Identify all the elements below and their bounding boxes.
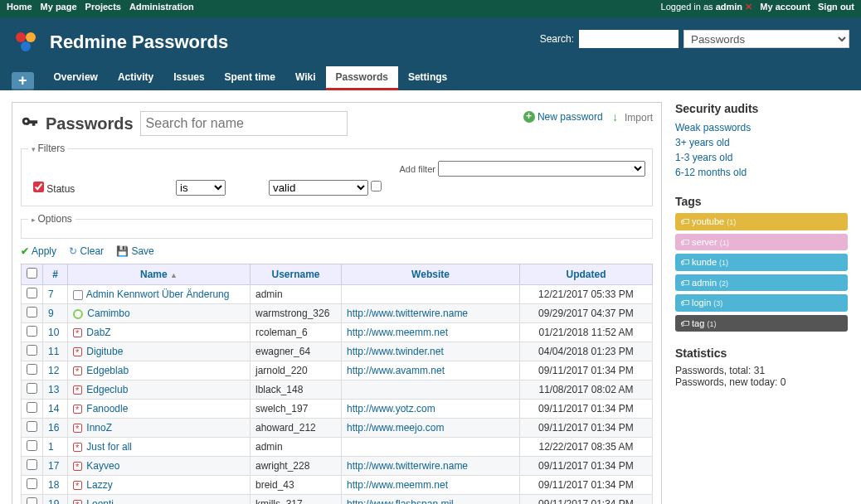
status-operator-select[interactable]: is bbox=[176, 180, 226, 196]
row-checkbox[interactable] bbox=[27, 421, 37, 432]
tab-activity[interactable]: Activity bbox=[108, 66, 163, 88]
row-checkbox[interactable] bbox=[27, 440, 37, 451]
row-name-link[interactable]: Edgeblab bbox=[86, 365, 129, 376]
row-username: rcoleman_6 bbox=[251, 323, 342, 342]
row-name-link[interactable]: Just for all bbox=[86, 441, 132, 453]
row-id-link[interactable]: 18 bbox=[48, 479, 59, 491]
status-multi-toggle[interactable] bbox=[371, 181, 382, 191]
row-id-link[interactable]: 13 bbox=[48, 384, 59, 395]
tag-kunde[interactable]: 🏷 kunde (1) bbox=[675, 254, 848, 271]
audit-link[interactable]: 1-3 years old bbox=[675, 150, 849, 165]
row-checkbox[interactable] bbox=[27, 478, 37, 489]
website-link[interactable]: http://www.meemm.net bbox=[347, 327, 448, 338]
my-account-link[interactable]: My account bbox=[760, 2, 810, 12]
col-username[interactable]: Username bbox=[251, 264, 342, 285]
row-name-link[interactable]: DabZ bbox=[86, 327, 110, 338]
row-checkbox[interactable] bbox=[27, 383, 37, 394]
row-id-link[interactable]: 1 bbox=[48, 441, 54, 453]
row-website: http://www.twinder.net bbox=[342, 342, 520, 361]
website-link[interactable]: http://www.avamm.net bbox=[347, 365, 445, 376]
website-link[interactable]: http://www.twitterwire.name bbox=[347, 460, 468, 472]
audit-link[interactable]: 3+ years old bbox=[675, 135, 849, 150]
row-checkbox[interactable] bbox=[27, 288, 37, 298]
table-row: 12 Edgeblabjarnold_220http://www.avamm.n… bbox=[22, 361, 653, 380]
name-search-input[interactable] bbox=[140, 111, 348, 136]
row-website: http://www.meemm.net bbox=[342, 323, 520, 342]
website-link[interactable]: http://www.meemm.net bbox=[347, 479, 448, 491]
col-id[interactable]: # bbox=[43, 264, 68, 285]
tab-wiki[interactable]: Wiki bbox=[285, 66, 326, 88]
row-name-link[interactable]: Camimbo bbox=[87, 308, 129, 319]
project-jump-select[interactable]: Passwords bbox=[683, 30, 849, 48]
filters-legend[interactable]: Filters bbox=[28, 143, 68, 154]
status-value-select[interactable]: valid bbox=[269, 180, 368, 196]
top-link-my-page[interactable]: My page bbox=[41, 2, 77, 12]
select-all-checkbox[interactable] bbox=[27, 268, 37, 279]
tab-spent-time[interactable]: Spent time bbox=[215, 66, 285, 88]
row-updated: 09/11/2017 01:34 PM bbox=[520, 419, 653, 438]
row-name-link[interactable]: Fanoodle bbox=[86, 403, 128, 414]
website-link[interactable]: http://www.twinder.net bbox=[347, 346, 444, 357]
website-link[interactable]: http://www.meejo.com bbox=[347, 422, 444, 434]
audit-link[interactable]: 6-12 months old bbox=[675, 165, 849, 180]
import-link[interactable]: Import bbox=[612, 112, 653, 124]
row-id-link[interactable]: 7 bbox=[48, 288, 54, 300]
tag-server[interactable]: 🏷 server (1) bbox=[675, 234, 848, 251]
row-checkbox[interactable] bbox=[27, 459, 37, 470]
row-checkbox[interactable] bbox=[27, 364, 37, 375]
row-checkbox[interactable] bbox=[27, 345, 37, 356]
tab-overview[interactable]: Overview bbox=[44, 66, 108, 88]
tag-tag[interactable]: 🏷 tag (1) bbox=[675, 315, 848, 332]
row-name-link[interactable]: Kayveo bbox=[86, 460, 119, 472]
col-name[interactable]: Name ▲ bbox=[68, 264, 251, 285]
tag-youtube[interactable]: 🏷 youtube (1) bbox=[675, 213, 848, 230]
website-link[interactable]: http://www.flashspan.mil bbox=[347, 498, 454, 504]
row-checkbox[interactable] bbox=[27, 402, 37, 413]
tag-login[interactable]: 🏷 login (3) bbox=[675, 294, 848, 312]
top-link-home[interactable]: Home bbox=[7, 2, 32, 12]
row-id-link[interactable]: 17 bbox=[48, 460, 59, 472]
col-website[interactable]: Website bbox=[342, 264, 520, 285]
tag-admin[interactable]: 🏷 admin (2) bbox=[675, 274, 848, 292]
row-name-link[interactable]: Leenti bbox=[86, 498, 114, 504]
row-id-link[interactable]: 11 bbox=[48, 346, 59, 357]
options-legend[interactable]: Options bbox=[28, 213, 75, 225]
row-name-link[interactable]: Lazzy bbox=[86, 479, 112, 491]
row-id-link[interactable]: 14 bbox=[48, 403, 59, 414]
sign-out-link[interactable]: Sign out bbox=[818, 2, 854, 12]
stat-line: Passwords, total: 31 bbox=[675, 365, 849, 376]
search-input[interactable] bbox=[579, 30, 679, 48]
row-id-link[interactable]: 12 bbox=[48, 365, 59, 376]
top-link-administration[interactable]: Administration bbox=[129, 2, 194, 12]
tab-issues[interactable]: Issues bbox=[163, 66, 214, 88]
row-name-link[interactable]: Digitube bbox=[86, 346, 123, 357]
row-id-link[interactable]: 16 bbox=[48, 422, 59, 434]
add-filter-select[interactable] bbox=[438, 161, 645, 177]
header: Search: Passwords Redmine Passwords + Ov… bbox=[0, 18, 861, 90]
clear-button[interactable]: ↻Clear bbox=[69, 245, 104, 257]
sidebar: Security audits Weak passwords3+ years o… bbox=[675, 102, 849, 504]
new-password-link[interactable]: New password bbox=[523, 111, 603, 123]
row-name-link[interactable]: Edgeclub bbox=[86, 384, 128, 395]
tab-settings[interactable]: Settings bbox=[398, 66, 457, 88]
save-button[interactable]: 💾Save bbox=[116, 245, 153, 257]
row-id-link[interactable]: 9 bbox=[48, 308, 54, 319]
tab-passwords[interactable]: Passwords bbox=[326, 66, 398, 90]
audit-link[interactable]: Weak passwords bbox=[675, 120, 849, 135]
security-audits-block: Security audits Weak passwords3+ years o… bbox=[675, 102, 849, 180]
apply-button[interactable]: ✔Apply bbox=[21, 245, 56, 257]
row-checkbox[interactable] bbox=[27, 497, 37, 504]
website-link[interactable]: http://www.twitterwire.name bbox=[347, 308, 468, 319]
website-link[interactable]: http://www.yotz.com bbox=[347, 403, 435, 414]
row-name-link[interactable]: InnoZ bbox=[86, 422, 112, 434]
row-id-link[interactable]: 19 bbox=[48, 498, 59, 504]
status-filter-checkbox[interactable] bbox=[33, 182, 44, 192]
row-checkbox[interactable] bbox=[27, 326, 37, 337]
logged-user-link[interactable]: admin bbox=[716, 2, 742, 12]
top-link-projects[interactable]: Projects bbox=[85, 2, 121, 12]
col-updated[interactable]: Updated bbox=[520, 264, 653, 285]
row-name-link[interactable]: Admin Kennwort Über Änderung bbox=[86, 288, 230, 300]
row-checkbox[interactable] bbox=[27, 307, 37, 317]
row-id-link[interactable]: 10 bbox=[48, 327, 59, 338]
new-object-button[interactable]: + bbox=[12, 72, 34, 90]
